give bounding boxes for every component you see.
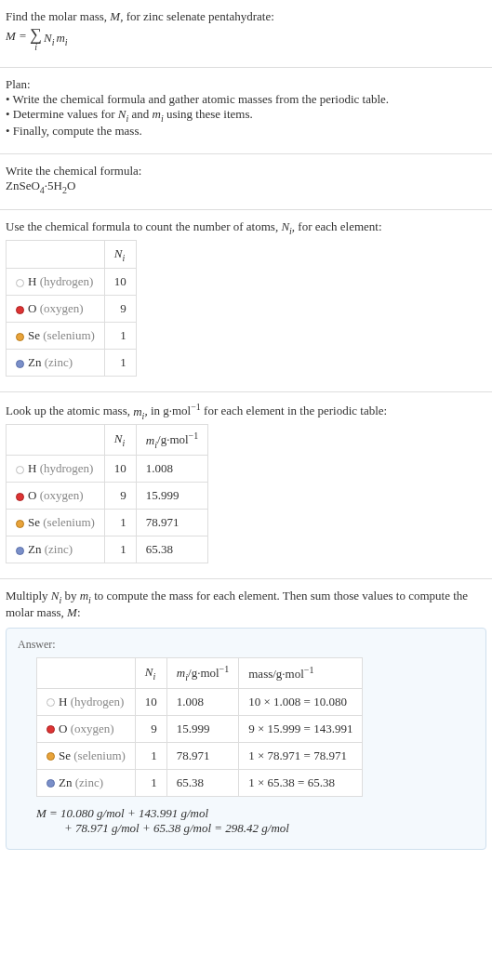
formula-title: Write the chemical formula: bbox=[6, 164, 486, 179]
table-row: Se (selenium)178.971 bbox=[7, 510, 208, 536]
element-dot-icon bbox=[16, 279, 24, 287]
table-row: Se (selenium)1 bbox=[7, 323, 137, 350]
element-dot-icon bbox=[47, 698, 55, 707]
mass-title: Look up the atomic mass, mi, in g·mol−1 … bbox=[6, 402, 486, 420]
table-row: O (oxygen)915.9999 × 15.999 = 143.991 bbox=[37, 715, 363, 742]
col-Ni: Ni bbox=[104, 240, 136, 269]
plan-title: Plan: bbox=[6, 77, 486, 92]
table-row: Se (selenium)178.9711 × 78.971 = 78.971 bbox=[37, 742, 363, 769]
table-row: H (hydrogen)10 bbox=[7, 269, 137, 296]
intro-section: Find the molar mass, M, for zinc selenat… bbox=[0, 0, 492, 68]
final-molar-mass: M = 10.080 g/mol + 143.991 g/mol + 78.97… bbox=[36, 806, 474, 836]
element-dot-icon bbox=[47, 752, 55, 761]
element-dot-icon bbox=[16, 306, 24, 314]
formula-text: ZnSeO4·5H2O bbox=[6, 179, 486, 195]
sum-expression: ∑ i Nimi bbox=[30, 26, 67, 52]
table-row: O (oxygen)915.999 bbox=[7, 483, 208, 510]
element-dot-icon bbox=[16, 466, 24, 474]
plan-bullet-2: • Determine values for Ni and mi using t… bbox=[6, 107, 486, 124]
mass-section: Look up the atomic mass, mi, in g·mol−1 … bbox=[0, 392, 492, 579]
formula-section: Write the chemical formula: ZnSeO4·5H2O bbox=[0, 154, 492, 211]
element-dot-icon bbox=[16, 520, 24, 528]
intro-text2: , for zinc selenate pentahydrate: bbox=[120, 9, 274, 23]
col-Ni: Ni bbox=[104, 425, 136, 456]
element-dot-icon bbox=[16, 333, 24, 341]
table-row: Zn (zinc)165.381 × 65.38 = 65.38 bbox=[37, 769, 363, 796]
element-dot-icon bbox=[47, 779, 55, 788]
final-line-1: M = 10.080 g/mol + 143.991 g/mol bbox=[36, 806, 474, 821]
count-title: Use the chemical formula to count the nu… bbox=[6, 219, 486, 236]
plan-section: Plan: • Write the chemical formula and g… bbox=[0, 68, 492, 154]
mass-table: Ni mi/g·mol−1 H (hydrogen)101.008 O (oxy… bbox=[6, 424, 208, 563]
table-header-row: Ni mi/g·mol−1 mass/g·mol−1 bbox=[37, 657, 363, 688]
col-Ni: Ni bbox=[135, 657, 166, 688]
sigma-icon: ∑ i bbox=[30, 26, 42, 52]
intro-equation: M = ∑ i Nimi bbox=[6, 26, 486, 52]
intro-text: Find the molar mass, bbox=[6, 9, 110, 23]
col-mass: mass/g·mol−1 bbox=[239, 657, 363, 688]
table-row: H (hydrogen)101.008 bbox=[7, 456, 208, 483]
plan-bullet-3: • Finally, compute the mass. bbox=[6, 124, 486, 139]
answer-box: Answer: Ni mi/g·mol−1 mass/g·mol−1 H (hy… bbox=[6, 628, 486, 850]
table-header-row: Ni bbox=[7, 240, 137, 269]
element-dot-icon bbox=[16, 360, 24, 368]
answer-label: Answer: bbox=[18, 638, 474, 652]
eq-Ni: Ni bbox=[44, 31, 54, 47]
table-row: H (hydrogen)101.00810 × 1.008 = 10.080 bbox=[37, 688, 363, 715]
table-row: O (oxygen)9 bbox=[7, 296, 137, 323]
count-section: Use the chemical formula to count the nu… bbox=[0, 210, 492, 392]
count-table: Ni H (hydrogen)10 O (oxygen)9 Se (seleni… bbox=[6, 240, 137, 377]
eq-lhs: M = bbox=[6, 29, 30, 43]
eq-mi: mi bbox=[56, 31, 67, 47]
answer-table: Ni mi/g·mol−1 mass/g·mol−1 H (hydrogen)1… bbox=[36, 657, 363, 797]
plan-bullet-1: • Write the chemical formula and gather … bbox=[6, 92, 486, 107]
table-row: Zn (zinc)1 bbox=[7, 350, 137, 377]
col-mi: mi/g·mol−1 bbox=[136, 425, 207, 456]
element-dot-icon bbox=[16, 547, 24, 555]
intro-line: Find the molar mass, M, for zinc selenat… bbox=[6, 9, 486, 24]
table-row: Zn (zinc)165.38 bbox=[7, 536, 208, 563]
table-header-row: Ni mi/g·mol−1 bbox=[7, 425, 208, 456]
col-mi: mi/g·mol−1 bbox=[166, 657, 238, 688]
final-line-2: + 78.971 g/mol + 65.38 g/mol = 298.42 g/… bbox=[64, 821, 474, 836]
multiply-section: Multiply Ni by mi to compute the mass fo… bbox=[0, 579, 492, 622]
element-dot-icon bbox=[16, 493, 24, 501]
intro-M: M bbox=[110, 9, 120, 23]
element-dot-icon bbox=[47, 725, 55, 734]
